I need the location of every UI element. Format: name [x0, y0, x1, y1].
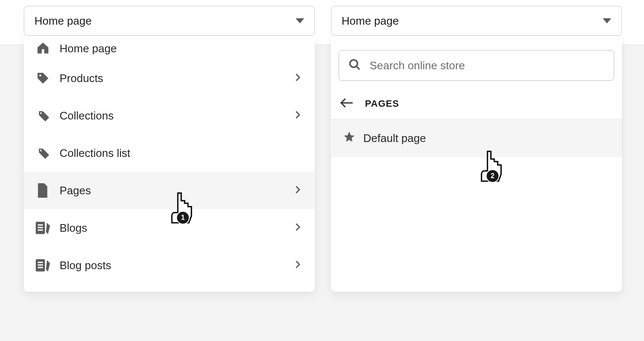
- dropdown-panel-left: Home page Products Collections Col: [24, 36, 315, 292]
- chevron-right-icon: [293, 222, 303, 234]
- svg-rect-6: [38, 230, 43, 231]
- svg-rect-9: [38, 264, 43, 266]
- chevron-right-icon: [293, 110, 303, 122]
- page-selector-left-label: Home page: [34, 14, 91, 28]
- sub-item-default-page[interactable]: Default page: [331, 119, 622, 157]
- menu-item-home-page[interactable]: Home page: [24, 36, 315, 60]
- menu-item-pages[interactable]: Pages: [24, 172, 315, 209]
- svg-rect-5: [38, 227, 43, 228]
- menu-item-collections-list[interactable]: Collections list: [24, 134, 315, 172]
- chevron-right-icon: [293, 185, 303, 196]
- menu-item-label: Pages: [60, 184, 293, 197]
- home-icon: [36, 41, 56, 55]
- search-input-container[interactable]: [339, 50, 614, 81]
- search-icon: [348, 58, 361, 73]
- blog-icon: [36, 221, 56, 235]
- svg-point-11: [350, 60, 358, 68]
- caret-down-icon: [603, 18, 611, 23]
- chevron-right-icon: [293, 259, 303, 271]
- tag-icon: [36, 71, 56, 85]
- dropdown-panel-right: PAGES Default page: [331, 36, 622, 292]
- svg-point-0: [39, 74, 41, 77]
- star-icon: [343, 131, 356, 146]
- menu-item-blogs[interactable]: Blogs: [24, 209, 315, 247]
- svg-rect-10: [38, 267, 43, 268]
- section-label: PAGES: [365, 98, 399, 109]
- svg-rect-4: [38, 224, 43, 226]
- menu-item-products[interactable]: Products: [24, 60, 315, 97]
- page-selector-right-label: Home page: [342, 14, 399, 28]
- svg-point-2: [40, 150, 42, 151]
- menu-item-label: Blog posts: [60, 259, 293, 272]
- page-selector-left[interactable]: Home page: [24, 6, 315, 36]
- menu-item-label: Products: [60, 72, 293, 85]
- menu-item-label: Blogs: [60, 222, 293, 235]
- search-input[interactable]: [370, 59, 604, 72]
- menu-list: Home page Products Collections Col: [24, 36, 315, 284]
- page-icon: [36, 183, 56, 198]
- chevron-right-icon: [293, 72, 303, 84]
- page-selector-right[interactable]: Home page: [331, 6, 622, 36]
- menu-item-label: Home page: [60, 42, 303, 55]
- svg-line-12: [356, 66, 360, 70]
- caret-down-icon: [296, 18, 304, 23]
- svg-point-1: [40, 112, 42, 114]
- blog-post-icon: [36, 258, 56, 273]
- svg-rect-8: [38, 262, 43, 263]
- menu-item-label: Collections list: [60, 147, 303, 160]
- sub-item-label: Default page: [363, 132, 426, 145]
- back-button[interactable]: PAGES: [331, 88, 622, 119]
- tags-icon: [36, 145, 56, 161]
- menu-item-blog-posts[interactable]: Blog posts: [24, 247, 315, 284]
- menu-item-collections[interactable]: Collections: [24, 97, 315, 134]
- menu-item-label: Collections: [60, 109, 293, 122]
- arrow-left-icon: [339, 98, 354, 110]
- search-wrap: [331, 36, 622, 88]
- tags-icon: [36, 108, 56, 123]
